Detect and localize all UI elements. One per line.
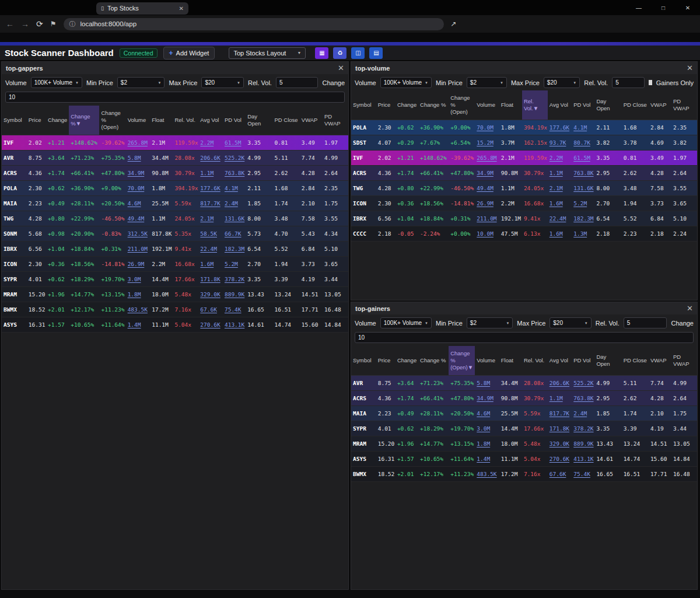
cell-pd-vol[interactable]: 763.8K [572,390,594,405]
max-price-select[interactable]: $20 ▼ [201,77,244,88]
delete-layout-button[interactable]: ♻ [333,47,346,59]
column-header-pd-close[interactable]: PD Close [622,90,649,120]
min-price-select[interactable]: $2 ▼ [467,317,513,328]
cell-pd-vol[interactable]: 413.1K [572,451,594,466]
screenshot-button[interactable]: ◫ [351,47,365,59]
cell-volume[interactable]: 4.6M [475,405,499,421]
cell-pd-vol[interactable]: 1.3M [572,226,594,241]
cell-volume[interactable]: 5.8M [475,375,499,390]
cell-avg-vol[interactable]: 1.6M [548,195,572,211]
cell-avg-vol[interactable]: 22.4M [548,211,572,226]
cell-avg-vol[interactable]: 270.6K [548,451,572,466]
table-row[interactable]: IBRX6.56+1.04+18.84%+0.31%211.0M192.1M9.… [351,211,697,226]
address-bar[interactable]: ⓘ localhost:8000/app [64,18,444,30]
cell-avg-vol[interactable]: 329.0K [198,286,223,302]
table-row[interactable]: AVR8.75+3.64+71.23%+75.35%5.8M34.4M28.08… [351,375,697,390]
cell-pd-vol[interactable]: 66.7K [223,226,246,241]
cell-pd-vol[interactable]: 182.3M [572,211,594,226]
cell-symbol[interactable]: POLA [351,120,376,135]
column-header-day-open[interactable]: Day Open [594,90,621,120]
column-header-price[interactable]: Price [376,346,396,375]
cell-avg-vol[interactable]: 177.6K [548,120,572,135]
column-header-price[interactable]: Price [27,106,46,135]
table-row[interactable]: IVF2.02+1.21+148.62%-39.62%265.8M2.1M119… [351,150,697,165]
cell-pd-vol[interactable]: 131.6K [223,211,246,226]
cell-avg-vol[interactable]: 270.6K [198,317,223,332]
table-row[interactable]: ASYS16.31+1.57+10.65%+11.64%1.4M11.1M5.0… [2,317,348,332]
column-header-pd-close[interactable]: PD Close [272,106,299,135]
table-row[interactable]: ICON2.30+0.36+18.56%-14.81%26.9M2.2M16.6… [2,256,348,271]
cell-symbol[interactable]: POLA [2,180,27,195]
change-input[interactable]: 10 [355,332,694,343]
widget-close-icon[interactable]: ✕ [687,64,693,72]
column-header-change-open[interactable]: Change % (Open) [99,106,125,135]
cell-avg-vol[interactable]: 22.4M [198,241,223,256]
cell-volume[interactable]: 483.5K [126,302,150,317]
table-row[interactable]: SONM5.68+0.98+20.90%-0.83%312.5K817.8K5.… [2,226,348,241]
cell-volume[interactable]: 1.8M [475,436,499,451]
column-header-day-open[interactable]: Day Open [594,346,621,375]
column-header-pd-vwap[interactable]: PD VWAP [323,106,348,135]
column-header-pd-vol[interactable]: PD Vol [223,106,246,135]
browser-tab[interactable]: ▯ Top Stocks ✕ [96,2,188,15]
cell-volume[interactable]: 70.0M [126,180,150,195]
table-row[interactable]: ACRS4.36+1.74+66.41%+47.80%34.9M90.8M30.… [351,165,697,180]
max-price-select[interactable]: $20 ▼ [550,317,592,328]
table-row[interactable]: MRAM15.20+1.96+14.77%+13.15%1.8M18.0M5.4… [351,436,697,451]
cell-volume[interactable]: 34.9M [126,165,150,180]
cell-avg-vol[interactable]: 2.1M [548,180,572,195]
cell-avg-vol[interactable]: 1.6M [198,256,223,271]
cell-avg-vol[interactable]: 171.8K [198,271,223,286]
table-row[interactable]: MAIA2.23+0.49+28.11%+20.50%4.6M25.5M5.59… [2,195,348,211]
cell-volume[interactable]: 26.9M [126,256,150,271]
cell-volume[interactable]: 483.5K [475,466,499,481]
cell-symbol[interactable]: BWMX [2,302,27,317]
rel-vol-input[interactable]: 5 [612,77,645,88]
cell-symbol[interactable]: IVF [2,135,27,150]
cell-avg-vol[interactable]: 93.7K [548,135,572,150]
cell-avg-vol[interactable]: 1.1M [198,165,223,180]
column-header-change[interactable]: Change %▼ [69,106,99,135]
change-input[interactable]: 10 [5,92,345,103]
cell-symbol[interactable]: IVF [351,150,376,165]
cell-volume[interactable]: 265.8M [126,135,150,150]
cell-pd-vol[interactable]: 61.5M [223,135,246,150]
column-header-symbol[interactable]: Symbol [2,106,27,135]
cell-avg-vol[interactable]: 67.6K [548,466,572,481]
column-header-day-open[interactable]: Day Open [246,106,272,135]
cell-avg-vol[interactable]: 1.1M [548,390,572,405]
table-row[interactable]: SDST4.07+0.29+7.67%+6.54%15.2M3.7M162.15… [351,135,697,150]
cell-symbol[interactable]: ACRS [2,165,27,180]
cell-symbol[interactable]: SONM [2,226,27,241]
cell-avg-vol[interactable]: 67.6K [198,302,223,317]
cell-avg-vol[interactable]: 329.0K [548,436,572,451]
cell-volume[interactable]: 34.9M [475,165,499,180]
column-header-float[interactable]: Float [150,106,173,135]
share-icon[interactable]: ↗ [451,20,457,28]
cell-avg-vol[interactable]: 2.2M [198,135,223,150]
report-button[interactable]: ▤ [369,47,383,59]
cell-pd-vol[interactable]: 2.4M [223,195,246,211]
cell-volume[interactable]: 3.0M [126,271,150,286]
column-header-rel-vol[interactable]: Rel. Vol.▼ [522,90,548,120]
cell-symbol[interactable]: IBRX [351,211,376,226]
cell-pd-vol[interactable]: 889.9K [572,436,594,451]
column-header-pd-vol[interactable]: PD Vol [572,346,594,375]
table-row[interactable]: CCCC2.18-0.05-2.24%+0.00%10.0M47.5M6.13x… [351,226,697,241]
cell-symbol[interactable]: MRAM [2,286,27,302]
cell-avg-vol[interactable]: 58.5K [198,226,223,241]
cell-volume[interactable]: 3.0M [475,421,499,436]
table-row[interactable]: BWMX18.52+2.01+12.17%+11.23%483.5K17.2M7… [2,302,348,317]
cell-volume[interactable]: 1.4M [126,317,150,332]
cell-volume[interactable]: 211.0M [126,241,150,256]
column-header-change[interactable]: Change [46,106,69,135]
cell-avg-vol[interactable]: 817.7K [198,195,223,211]
cell-symbol[interactable]: IBRX [2,241,27,256]
tab-close-icon[interactable]: ✕ [179,5,184,12]
layout-select[interactable]: Top Stocks Layout ▼ [229,47,306,59]
cell-pd-vol[interactable]: 889.9K [223,286,246,302]
minimize-button[interactable]: — [626,0,651,15]
column-header-pd-vwap[interactable]: PD VWAP [671,90,697,120]
cell-symbol[interactable]: ICON [351,195,376,211]
cell-pd-vol[interactable]: 131.6K [572,180,594,195]
